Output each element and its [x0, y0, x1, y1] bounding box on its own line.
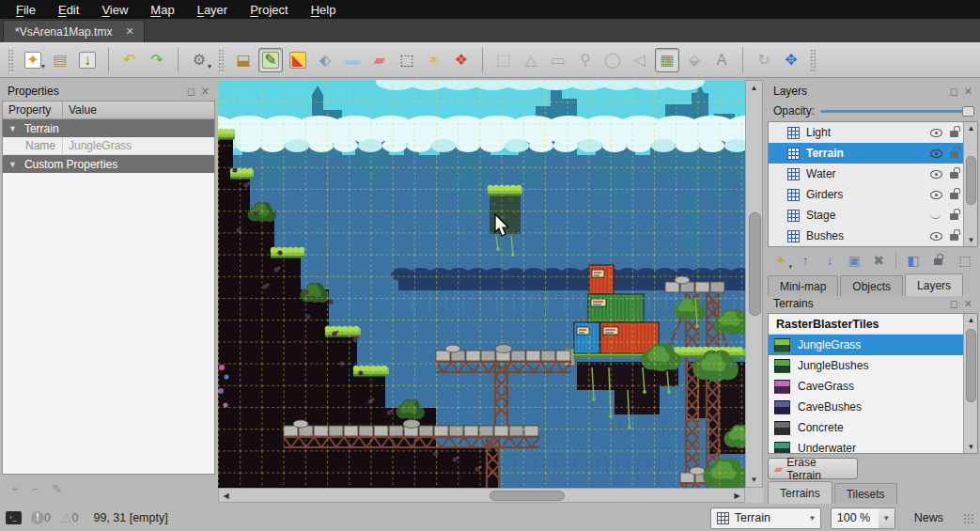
opacity-slider-handle[interactable]	[962, 106, 974, 117]
console-toggle-icon[interactable]: ›_	[6, 511, 22, 524]
open-file-button[interactable]: ▤	[48, 48, 72, 72]
layer-row-terrain[interactable]: Terrain	[769, 143, 977, 164]
scroll-left-icon[interactable]: ◀	[219, 489, 233, 502]
visibility-eye-icon[interactable]	[930, 168, 943, 180]
layer-selector-dropdown[interactable]: Terrain ▾	[710, 508, 821, 529]
scroll-right-icon[interactable]: ▶	[730, 489, 744, 502]
visibility-eye-icon[interactable]	[930, 148, 943, 160]
erase-terrain-button[interactable]: ▰ Erase Terrain	[768, 458, 858, 479]
magic-wand-button[interactable]: ✶	[422, 48, 446, 72]
toolbar-grip[interactable]	[810, 49, 817, 71]
close-panel-icon[interactable]: ✕	[964, 298, 972, 310]
close-panel-icon[interactable]: ✕	[201, 86, 210, 98]
document-tab[interactable]: *VsArena1Map.tmx ✕	[3, 20, 145, 42]
scroll-down-icon[interactable]: ▼	[746, 473, 762, 487]
unlocked-padlock-icon[interactable]	[950, 213, 958, 220]
lock-layer-button[interactable]	[926, 250, 949, 271]
terrain-row-cavegrass[interactable]: CaveGrass	[769, 376, 977, 397]
unlocked-padlock-icon[interactable]	[950, 234, 958, 241]
insert-tile-button[interactable]: ▦	[655, 48, 679, 72]
tab-layers[interactable]: Layers	[905, 273, 963, 296]
terrain-row-concrete[interactable]: Concrete	[769, 417, 977, 438]
visibility-eye-closed-icon[interactable]	[930, 210, 943, 222]
map-vertical-scrollbar[interactable]: ▲ ▼	[745, 80, 763, 488]
rect-select-button[interactable]: ⬚	[395, 48, 419, 72]
bucket-fill-button[interactable]: ⬖	[313, 48, 337, 72]
tab-terrains[interactable]: Terrains	[768, 481, 832, 504]
visibility-eye-icon[interactable]	[930, 230, 943, 242]
layer-row-bushes[interactable]: Bushes	[769, 226, 977, 246]
close-panel-icon[interactable]: ✕	[964, 86, 972, 98]
terrain-row-junglegrass[interactable]: JungleGrass	[769, 335, 977, 355]
zoom-dropdown-button[interactable]: ▾	[879, 508, 895, 529]
same-tile-select-button[interactable]: ❖	[449, 48, 474, 72]
move-tool-button[interactable]: ✥	[779, 48, 803, 72]
menu-help[interactable]: Help	[301, 2, 347, 18]
menu-map[interactable]: Map	[140, 2, 184, 18]
stamp-brush-button[interactable]: ✎	[258, 48, 283, 72]
unlocked-padlock-icon[interactable]	[950, 172, 958, 179]
lower-layer-button[interactable]: ↓	[818, 250, 841, 271]
terrain-row-junglebushes[interactable]: JungleBushes	[769, 355, 977, 376]
scroll-down-icon[interactable]: ▼	[964, 441, 978, 453]
tab-minimap[interactable]: Mini-map	[768, 275, 838, 296]
menu-edit[interactable]: Edit	[48, 2, 89, 18]
scroll-up-icon[interactable]: ▲	[964, 314, 978, 326]
horizontal-scroll-thumb[interactable]	[490, 491, 565, 501]
terrain-brush-button[interactable]: ◣	[286, 48, 310, 72]
tab-tilesets[interactable]: Tilesets	[834, 483, 897, 504]
news-link[interactable]: News	[914, 511, 943, 524]
save-button[interactable]: ↓	[75, 48, 100, 72]
float-panel-icon[interactable]: ◻	[950, 298, 958, 310]
tab-objects[interactable]: Objects	[840, 275, 903, 296]
layers-list-scrollbar[interactable]: ▲ ▼	[963, 122, 977, 246]
unlocked-padlock-icon[interactable]	[950, 151, 958, 158]
unlocked-padlock-icon[interactable]	[950, 193, 958, 199]
scroll-up-icon[interactable]: ▲	[964, 122, 978, 134]
layer-row-stage[interactable]: Stage	[769, 205, 977, 226]
window-resize-grip[interactable]	[962, 512, 974, 524]
layer-row-light[interactable]: Light	[769, 122, 977, 143]
shape-fill-button[interactable]: ▬	[340, 48, 365, 72]
toggle-other-layers-button[interactable]: ◧	[902, 250, 925, 271]
terrains-list-scrollbar[interactable]: ▲ ▼	[963, 314, 977, 453]
redo-button[interactable]: ↷	[145, 48, 169, 72]
new-layer-button[interactable]: ✦▾	[770, 250, 792, 271]
menu-view[interactable]: View	[91, 2, 138, 18]
float-panel-icon[interactable]: ◻	[187, 86, 195, 98]
menu-project[interactable]: Project	[240, 2, 298, 18]
raise-layer-button[interactable]: ↑	[794, 250, 817, 271]
unlocked-padlock-icon[interactable]	[950, 131, 958, 137]
commands-button[interactable]: ⚙▾	[187, 48, 211, 72]
property-group-header[interactable]: ▼Terrain	[3, 119, 214, 137]
new-map-button[interactable]: ✦▾	[21, 48, 45, 72]
layer-row-girders[interactable]: Girders	[769, 184, 977, 205]
highlight-layer-button[interactable]: ⬚	[954, 250, 976, 271]
menu-layer[interactable]: Layer	[187, 2, 239, 18]
property-row[interactable]: NameJungleGrass	[3, 137, 214, 155]
map-horizontal-scrollbar[interactable]: ◀ ▶	[218, 488, 745, 503]
toolbar-grip[interactable]	[8, 49, 14, 71]
float-panel-icon[interactable]: ◻	[950, 86, 958, 98]
menu-file[interactable]: File	[6, 2, 46, 18]
duplicate-layer-button[interactable]: ▣	[843, 250, 865, 271]
scroll-up-icon[interactable]: ▲	[746, 81, 762, 95]
vertical-scroll-thumb[interactable]	[749, 212, 761, 316]
close-tab-icon[interactable]: ✕	[125, 25, 133, 38]
stamp-tool-button[interactable]: ⬓	[231, 48, 256, 72]
terrain-row-underwater[interactable]: Underwater	[769, 438, 977, 454]
layer-row-water[interactable]: Water	[769, 164, 977, 184]
delete-layer-button[interactable]: ✖	[867, 250, 890, 271]
undo-button[interactable]: ↶	[117, 48, 142, 72]
eraser-button[interactable]: ▰	[367, 48, 392, 72]
terrains-scroll-thumb[interactable]	[966, 329, 976, 402]
zoom-level-input[interactable]: 100 %	[831, 508, 885, 529]
property-value[interactable]: JungleGrass	[63, 137, 137, 154]
visibility-eye-icon[interactable]	[930, 127, 943, 139]
terrain-row-cavebushes[interactable]: CaveBushes	[769, 397, 977, 417]
scroll-down-icon[interactable]: ▼	[964, 234, 978, 246]
map-canvas[interactable]	[218, 80, 745, 488]
toolbar-grip[interactable]	[218, 49, 225, 71]
layers-scroll-thumb[interactable]	[966, 156, 976, 205]
property-group-header[interactable]: ▼Custom Properties	[3, 155, 214, 173]
